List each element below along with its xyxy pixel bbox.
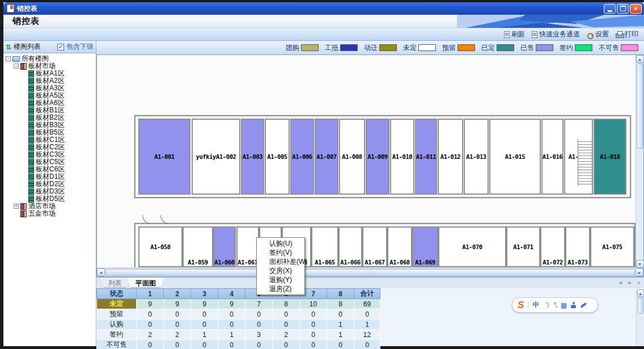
cell-value: 0 [164, 340, 191, 349]
tab-next-icon[interactable]: ► [628, 280, 633, 285]
close-button[interactable]: × [630, 4, 642, 14]
bottom-right-scrollbar[interactable]: ▲ [636, 289, 644, 346]
unit-A1-012[interactable]: A1-012 [438, 119, 463, 195]
plan-horizontal-scrollbar[interactable]: ◄ ► [96, 268, 644, 277]
unit-A1-009[interactable]: A1-009 [366, 119, 389, 195]
refresh-button[interactable]: 刷新 [504, 30, 525, 39]
unit-A1-058[interactable]: A1-058 [138, 226, 183, 267]
menu-item-W[interactable]: 面积补差(W) [257, 257, 304, 266]
row-label: 不可售 [97, 340, 137, 349]
chinese-mode-icon[interactable]: 中 [532, 300, 539, 310]
cell-value: 0 [218, 319, 245, 330]
scroll-right-icon[interactable]: ► [635, 268, 643, 276]
title-bar[interactable]: 销控表 × [3, 2, 644, 15]
unit-A1-070[interactable]: A1-070 [438, 226, 506, 267]
table-row[interactable]: 未定99997810869 [97, 299, 380, 309]
refresh-tree-icon[interactable]: ⇅ [6, 43, 11, 51]
unit-label: A1-007 [316, 153, 337, 160]
include-sub-checkbox[interactable]: ✓ [57, 44, 64, 51]
cell-value: 0 [137, 340, 164, 349]
tree-expander-icon[interactable]: - [6, 56, 11, 61]
table-row[interactable]: 认购000000011 [97, 319, 380, 330]
menu-item-X[interactable]: 交房(X) [257, 266, 304, 275]
legend-item: 已定 [481, 43, 514, 53]
user-icon[interactable] [571, 302, 576, 308]
unit-A1-069[interactable]: A1-069 [412, 226, 438, 267]
quick-business-channel-button[interactable]: 快速业务通道 [532, 30, 580, 39]
tree-item-group[interactable]: 五金市场 [3, 210, 96, 217]
table-row[interactable]: 不可售000000000 [97, 340, 380, 349]
include-sub-label: 包含下级 [66, 42, 94, 52]
sidebar-header: ⇅ 楼阁列表 ✓ 包含下级 [3, 41, 96, 53]
unit-A1-059[interactable]: A1-059 [183, 226, 213, 267]
tab-close-icon[interactable]: × [637, 279, 641, 286]
table-column-header: 合计 [354, 289, 380, 299]
building-icon [28, 181, 34, 188]
legend-item: 工抵 [325, 43, 358, 53]
vertical-scroll-thumb[interactable] [637, 64, 643, 149]
unit-A1-060[interactable]: A1-060 [213, 226, 236, 267]
unit-label: A1-072 [543, 259, 563, 266]
unit-A1-072[interactable]: A1-072 [540, 226, 565, 267]
menu-item-Z[interactable]: 退房(Z) [257, 284, 304, 293]
legend-label: 团购 [286, 43, 299, 53]
unit-A1-005[interactable]: A1-005 [265, 119, 290, 195]
row-label: 签约 [97, 330, 137, 340]
unit-A1-061[interactable]: A1-061 [236, 226, 259, 267]
unit-A1-016[interactable]: A1-016 [541, 119, 564, 195]
unit-A1-018[interactable]: A1-018 [594, 119, 626, 195]
unit-A1-067[interactable]: A1-067 [362, 226, 387, 267]
tab-prev-icon[interactable]: ◄ [618, 280, 623, 285]
table-row[interactable]: 预留000000000 [97, 309, 380, 319]
unit-A1-065[interactable]: A1-065 [311, 226, 338, 267]
legend-item: 团购 [286, 43, 319, 53]
menu-item-Y[interactable]: 退购(Y) [257, 275, 304, 284]
unit-A1-075[interactable]: A1-075 [590, 226, 634, 267]
cell-value: 9 [164, 299, 191, 309]
unit-A1-006[interactable]: A1-006 [290, 119, 314, 195]
menu-item-U[interactable]: 认购(U) [257, 239, 304, 248]
horizontal-scroll-thumb[interactable] [105, 269, 635, 276]
scroll-up-icon[interactable]: ▲ [636, 55, 644, 63]
unit-A1-007[interactable]: A1-007 [315, 119, 338, 195]
cell-value: 3 [245, 330, 273, 340]
legend-label: 预留 [442, 43, 456, 53]
scroll-down-icon[interactable]: ▼ [636, 260, 644, 268]
unit-A1-066[interactable]: A1-066 [338, 226, 362, 267]
scroll-left-icon[interactable]: ◄ [97, 268, 105, 276]
plan-vertical-scrollbar[interactable]: ▲ ▼ [635, 55, 643, 268]
scroll-up-icon[interactable]: ▲ [637, 289, 644, 297]
unit-A1-013[interactable]: A1-013 [464, 119, 489, 195]
tree-expander-icon[interactable]: - [14, 64, 19, 69]
unit-A1-011[interactable]: A1-011 [415, 119, 437, 195]
tab-列表[interactable]: 列表 [100, 277, 130, 288]
unit-A1-015[interactable]: A1-015 [489, 119, 541, 195]
wrench-icon[interactable] [580, 302, 587, 308]
legend-label: 工抵 [325, 43, 338, 53]
unit-A1-001[interactable]: A1-001 [138, 119, 190, 195]
tab-平面图[interactable]: 平面图 [127, 277, 164, 288]
soft-keyboard-icon[interactable]: ▦ [561, 301, 567, 309]
unit-A1-073[interactable]: A1-073 [565, 226, 590, 267]
settings-button[interactable]: 设置 [587, 30, 609, 39]
restore-button[interactable] [617, 4, 629, 14]
punctuation-icon[interactable]: °, [554, 302, 557, 308]
tree-expander-icon[interactable]: + [14, 204, 19, 209]
menu-item-V[interactable]: 签约(V) [257, 248, 304, 257]
table-row[interactable]: 签约2211320112 [97, 330, 380, 340]
building-icon [28, 100, 34, 107]
cell-value: 12 [354, 330, 380, 340]
minimize-button[interactable] [604, 4, 616, 14]
sogou-logo-icon[interactable]: S [518, 300, 524, 311]
unit-A1-003[interactable]: A1-003 [241, 119, 264, 195]
divider [528, 301, 528, 309]
unit-A1-068[interactable]: A1-068 [387, 226, 412, 267]
print-button[interactable]: 打印 [616, 30, 638, 39]
unit-A1-002[interactable]: yufkiyA1-002 [192, 119, 240, 195]
vertical-scroll-thumb[interactable] [638, 298, 643, 314]
unit-A1-071[interactable]: A1-071 [506, 226, 540, 267]
cell-value: 10 [300, 299, 327, 309]
unit-A1-008[interactable]: A1-008 [339, 119, 365, 195]
fullhalf-moon-icon[interactable]: ☽ [542, 300, 552, 310]
unit-A1-010[interactable]: A1-010 [390, 119, 414, 195]
